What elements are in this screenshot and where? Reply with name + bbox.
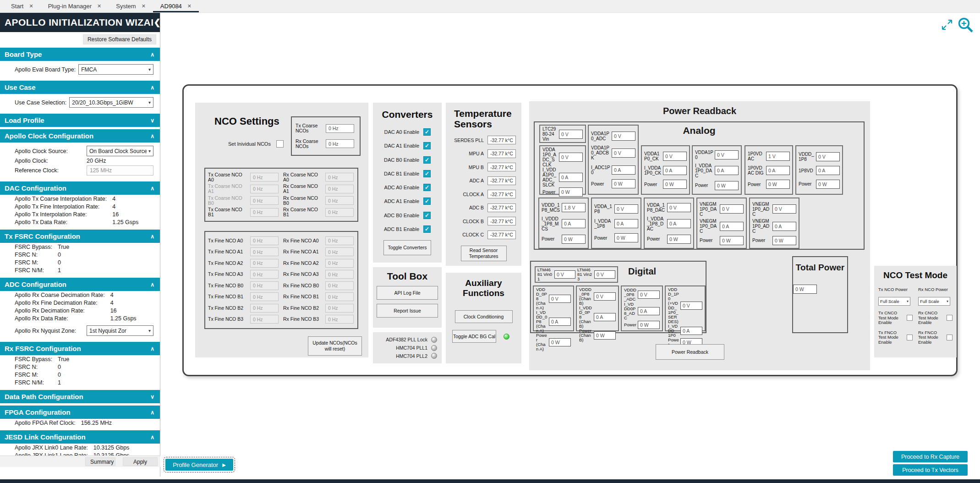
- rx-nco-power-select[interactable]: Full Scale: [918, 297, 950, 306]
- power-box-vdda1p0-adc: VDDA1P0_ADC 0 V VDDA1P0_ADCBK 0 V I_ADC1…: [588, 125, 639, 195]
- power-row: Power 0 W: [542, 187, 583, 197]
- zoom-icon[interactable]: [956, 16, 975, 36]
- tx-cnco-test-checkbox[interactable]: [907, 315, 913, 321]
- nco-label: Rx Fine NCO A0: [283, 238, 323, 243]
- tab-close-icon[interactable]: ✕: [187, 3, 192, 9]
- tab-close-icon[interactable]: ✕: [142, 3, 146, 9]
- eval-board-select[interactable]: FMCA: [78, 64, 153, 75]
- summary-button[interactable]: Summary: [85, 457, 115, 466]
- section-header-data-path[interactable]: Data Path Configuration∨: [0, 390, 160, 403]
- section-header-fpga-config[interactable]: FPGA Configuration∧: [0, 406, 160, 419]
- app-tab[interactable]: Plug-in Manager ✕: [41, 0, 109, 12]
- apollo-dashboard-panel: NCO Settings Set Inividual NCOs Tx Coars…: [182, 84, 958, 376]
- use-case-select[interactable]: 20/20_10.3Gbps_1GiBW: [69, 97, 153, 108]
- power-rail-label: I_VDDD0P8_ADC: [624, 302, 636, 320]
- temperature-label: ADC A: [469, 178, 484, 183]
- nco-frequency-input: 0 Hz: [325, 196, 354, 205]
- converter-checkbox[interactable]: [423, 170, 431, 177]
- temperature-value: -32.77 k°C: [487, 136, 516, 144]
- adc-config-rows: Apollo Rx Coarse Decimation Rate: 4 Apol…: [0, 291, 160, 324]
- rx-cnco-test-checkbox[interactable]: [947, 315, 953, 321]
- power-rail-label: I_VDDD_1P8_MCS: [542, 216, 560, 231]
- update-ncos-button[interactable]: Update NCOs(NCOs will reset): [308, 336, 362, 356]
- tx-cnco-test-label: Tx CNCO Test Mode Enable: [878, 311, 904, 325]
- toggle-converters-button[interactable]: Toggle Converters: [383, 240, 431, 255]
- proceed-to-rx-capture-button[interactable]: Proceed to Rx Capture: [893, 451, 968, 462]
- converter-checkbox[interactable]: [423, 184, 431, 191]
- power-row: VDDA1P0_ADC 0 V: [591, 131, 635, 141]
- converter-checkbox[interactable]: [423, 212, 431, 219]
- section-header-use-case[interactable]: Use Case∧: [0, 81, 160, 94]
- converter-checkbox[interactable]: [423, 128, 431, 136]
- report-issue-button[interactable]: Report Issue: [377, 304, 438, 318]
- temperature-row: CLOCK A -32.77 k°C: [451, 190, 516, 198]
- power-rail-value: 0 V: [549, 295, 571, 303]
- app-tab[interactable]: AD9084 ✕: [153, 0, 199, 12]
- nco-row: Tx Coarse NCO B0 0 Hz: [208, 196, 279, 206]
- nco-row: Tx Fine NCO A1 0 Hz: [208, 247, 279, 256]
- section-header-board-type[interactable]: Board Type∧: [0, 48, 160, 61]
- api-log-file-button[interactable]: API Log File: [377, 286, 438, 300]
- power-rail-value: 0 V: [638, 291, 660, 299]
- section-header-clock-config[interactable]: Apollo Clock Configuration∧: [0, 129, 160, 143]
- converter-checkbox[interactable]: [423, 156, 431, 164]
- app-tab[interactable]: Start ✕: [4, 0, 41, 12]
- power-rail-label: I_VDDA1P0_DAC: [695, 163, 713, 178]
- app-tab[interactable]: System ✕: [109, 0, 153, 12]
- nco-frequency-input: 0 Hz: [325, 173, 354, 181]
- config-label: FSRC N/M:: [15, 379, 52, 386]
- clock-source-select[interactable]: On Board Clock Source (ADF4: [87, 146, 153, 156]
- toggle-adc-bg-cal-button[interactable]: Toggle ADC BG Cal: [452, 330, 496, 343]
- read-sensor-temperatures-button[interactable]: Read Sensor Temperatures: [461, 246, 507, 261]
- tab-close-icon[interactable]: ✕: [29, 3, 33, 9]
- power-rail-label: LTM4681 Vin01: [537, 268, 553, 281]
- power-row: I_VDDD0P8_ADC 0 A: [624, 302, 660, 320]
- nco-row: Tx Fine NCO B1 0 Hz: [208, 292, 279, 301]
- power-rail-value: 0 A: [772, 222, 796, 231]
- power-rail-label: 1P0VDAC DIG: [748, 165, 765, 176]
- converter-checkbox[interactable]: [423, 198, 431, 205]
- power-readback-button[interactable]: Power Readback: [656, 344, 724, 360]
- tab-close-icon[interactable]: ✕: [97, 3, 101, 9]
- profile-generator-button[interactable]: Profile Generator ▶: [165, 459, 233, 471]
- nco-label: Tx Coarse NCO B0: [208, 196, 248, 206]
- apply-button[interactable]: Apply: [123, 457, 158, 466]
- power-rail-label: VNEGM1P0_DAC: [700, 219, 718, 234]
- power-readback-title: Power Readback: [529, 106, 870, 116]
- nco-label: Tx Fine NCO A0: [208, 238, 248, 243]
- proceed-to-tx-vectors-button[interactable]: Proceed to Tx Vectors: [893, 464, 968, 476]
- section-header-tx-fsrc[interactable]: Tx FSRC Configuration∧: [0, 230, 160, 243]
- section-header-dac-config[interactable]: DAC Configuration∧: [0, 181, 160, 195]
- converter-checkbox[interactable]: [423, 142, 431, 149]
- restore-defaults-button[interactable]: Restore Software Defaults: [83, 34, 156, 44]
- set-individual-ncos-checkbox[interactable]: [276, 140, 284, 148]
- power-row: Power (Chan B) 0 W: [579, 329, 616, 342]
- config-label: Apollo Tx Interpolation Rate:: [15, 211, 107, 218]
- fit-to-screen-icon[interactable]: [941, 18, 953, 33]
- section-header-jesd-link[interactable]: JESD Link Configuration∧: [0, 430, 160, 444]
- nco-master-input[interactable]: 0 Hz: [326, 124, 354, 133]
- toolbox-title: Tool Box: [387, 271, 427, 282]
- power-row: I_VDDD_1P0 0 A: [668, 324, 702, 338]
- nco-frequency-input: 0 Hz: [325, 185, 354, 193]
- tx-nco-power-select[interactable]: Full Scale: [878, 297, 910, 306]
- nyquist-zone-select[interactable]: 1st Nyquist Zor: [87, 325, 153, 336]
- power-box-vdda-1p8-dac: VDDA_1P8_DAC 0 V I_VDDA_1P8_DAC 0 A Powe…: [644, 198, 694, 249]
- section-header-load-profile[interactable]: Load Profile∨: [0, 114, 160, 127]
- section-header-rx-fsrc[interactable]: Rx FSRC Configuration∧: [0, 342, 160, 355]
- tx-fnco-test-checkbox[interactable]: [907, 335, 913, 340]
- rx-fnco-test-checkbox[interactable]: [947, 335, 953, 340]
- collapse-panel-icon[interactable]: ❮: [153, 17, 160, 27]
- converter-checkbox[interactable]: [423, 225, 431, 233]
- nco-label: Tx Fine NCO B0: [208, 283, 248, 288]
- power-row: Power 0 W: [591, 179, 635, 188]
- power-box-vdda1p0-dac: VDDA1P0 0 V I_VDDA1P0_DAC 0 A Power 0 W: [692, 145, 742, 195]
- nco-frequency-input: 0 Hz: [250, 173, 279, 181]
- clock-conditioning-button[interactable]: Clock Conditioning: [455, 310, 513, 323]
- converter-row: DAC A1 Enable: [383, 142, 438, 149]
- temperature-row: ADC A -32.77 k°C: [451, 176, 516, 185]
- section-header-adc-config[interactable]: ADC Configuration∧: [0, 278, 160, 291]
- temperature-label: ADC B: [469, 205, 484, 210]
- converter-row: DAC B1 Enable: [383, 170, 438, 177]
- nco-master-input[interactable]: 0 Hz: [326, 139, 354, 148]
